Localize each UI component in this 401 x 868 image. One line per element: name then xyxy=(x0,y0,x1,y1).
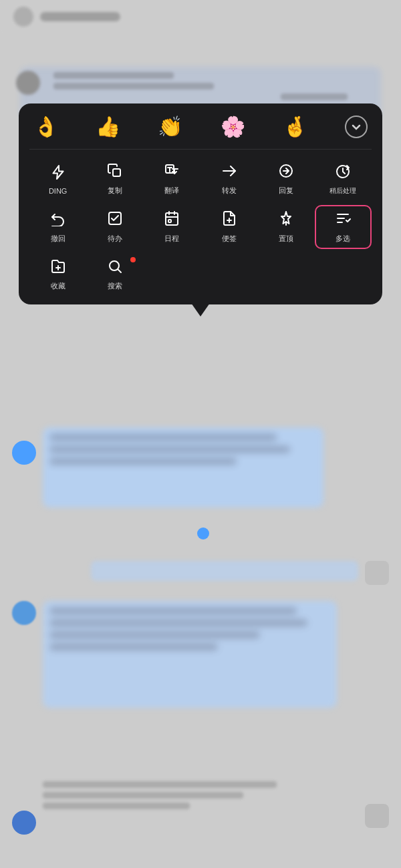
undo-button[interactable]: 撤回 xyxy=(29,205,86,248)
svg-rect-0 xyxy=(113,169,120,176)
later-button[interactable]: 稍后处理 xyxy=(315,159,372,200)
reply-label: 回复 xyxy=(279,186,293,196)
blur-line-bottom-1 xyxy=(43,781,277,788)
blur-line-bottom-3 xyxy=(43,803,190,809)
action-grid: DING 复制 翻译 xyxy=(29,159,372,295)
calendar-icon xyxy=(164,210,180,230)
forward-label: 转发 xyxy=(222,186,237,196)
svg-rect-6 xyxy=(168,220,171,222)
copy-label: 复制 xyxy=(108,186,122,196)
collect-button[interactable]: 收藏 xyxy=(29,254,86,295)
flower-emoji[interactable]: 🌸 xyxy=(221,117,245,137)
todo-icon xyxy=(107,210,123,230)
forward-icon xyxy=(221,163,237,183)
avatar-bottom-right xyxy=(365,804,389,828)
undo-icon xyxy=(50,210,66,230)
copy-button[interactable]: 复制 xyxy=(86,159,143,200)
heart-fingers-emoji[interactable]: 🤞 xyxy=(283,117,307,137)
search-button[interactable]: 搜索 xyxy=(86,254,143,295)
avatar-right-1 xyxy=(365,561,389,585)
thumbsup-emoji[interactable]: 👍 xyxy=(96,117,120,137)
copy-icon xyxy=(107,163,123,183)
blue-dot-2 xyxy=(197,527,209,539)
todo-label: 待办 xyxy=(108,234,122,244)
pin-icon xyxy=(278,210,294,230)
calendar-label: 日程 xyxy=(164,234,179,244)
clap-emoji[interactable]: 👏 xyxy=(158,117,182,137)
collect-label: 收藏 xyxy=(51,281,65,291)
emoji-row: 👌 👍 👏 🌸 🤞 xyxy=(29,116,372,150)
search-icon xyxy=(107,258,123,278)
translate-label: 翻译 xyxy=(164,186,179,196)
translate-icon xyxy=(164,163,180,183)
ding-label: DING xyxy=(49,187,68,195)
undo-label: 撤回 xyxy=(51,234,65,244)
reply-icon xyxy=(278,163,294,183)
emoji-more-button[interactable] xyxy=(345,116,368,138)
avatar-left-1 xyxy=(12,441,36,465)
message-bubble-left-1 xyxy=(43,427,323,507)
note-label: 便签 xyxy=(222,234,237,244)
note-button[interactable]: 便签 xyxy=(200,205,257,248)
avatar-bottom-left xyxy=(12,811,36,835)
context-menu: 👌 👍 👏 🌸 🤞 DING xyxy=(19,103,382,304)
multiselect-label: 多选 xyxy=(336,234,350,244)
todo-button[interactable]: 待办 xyxy=(86,205,143,248)
svg-point-7 xyxy=(110,261,119,270)
forward-button[interactable]: 转发 xyxy=(200,159,257,200)
note-icon xyxy=(221,210,237,230)
multiselect-button[interactable]: 多选 xyxy=(315,205,372,248)
message-bubble-right xyxy=(91,561,358,581)
collect-icon xyxy=(50,258,66,278)
later-icon xyxy=(335,164,351,184)
search-label: 搜索 xyxy=(108,281,122,291)
pin-button[interactable]: 置顶 xyxy=(257,205,314,248)
avatar-left-2 xyxy=(12,601,36,625)
svg-rect-5 xyxy=(166,213,178,225)
message-bubble-left-2 xyxy=(43,601,337,708)
ding-button[interactable]: DING xyxy=(29,159,86,200)
multiselect-icon xyxy=(335,210,351,230)
reply-button[interactable]: 回复 xyxy=(257,159,314,200)
blur-line-bottom-2 xyxy=(43,792,243,799)
calendar-button[interactable]: 日程 xyxy=(144,205,200,248)
search-red-dot xyxy=(130,257,136,262)
pin-label: 置顶 xyxy=(279,234,293,244)
later-label: 稍后处理 xyxy=(329,186,356,196)
ok-emoji[interactable]: 👌 xyxy=(33,117,58,137)
translate-button[interactable]: 翻译 xyxy=(144,159,200,200)
ding-icon xyxy=(50,164,66,184)
